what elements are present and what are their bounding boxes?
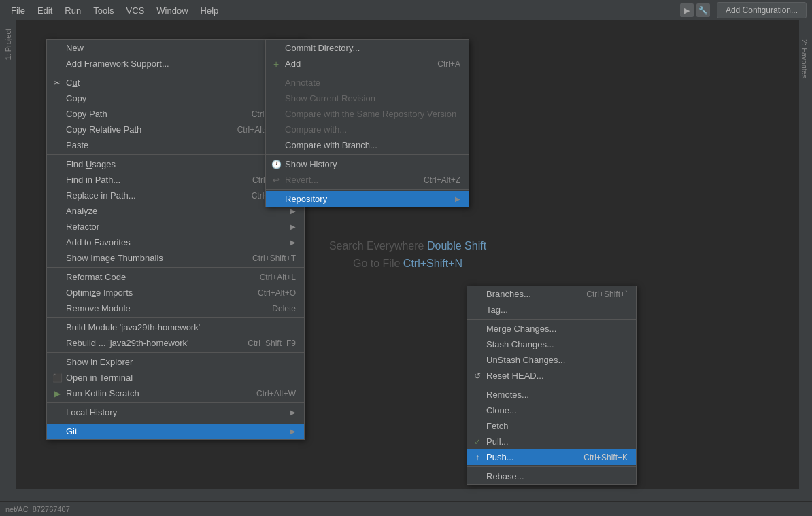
menu-item-git[interactable]: Git	[47, 424, 304, 439]
menu-vcs[interactable]: VCS	[121, 3, 150, 18]
menu-item-repository[interactable]: Repository	[266, 191, 469, 207]
menu-item-compare-same: Compare with the Same Repository Version	[266, 106, 469, 122]
menu-window[interactable]: Window	[151, 3, 193, 18]
menu-item-show-explorer[interactable]: Show in Explorer	[47, 354, 304, 370]
menu-item-run-kotlin-label: Run Kotlin Scratch	[66, 388, 139, 398]
menu-item-local-history-label: Local History	[66, 407, 117, 417]
run-kotlin-shortcut: Ctrl+Alt+W	[240, 389, 296, 398]
menu-item-open-terminal[interactable]: ⬛ Open in Terminal	[47, 370, 304, 385]
push-icon: ↑	[471, 453, 484, 462]
menu-item-stash-label: Stash Changes...	[486, 339, 554, 349]
menu-item-refactor-label: Refactor	[66, 222, 99, 232]
menu-item-compare-with-label: Compare with...	[285, 124, 347, 135]
add-config-button[interactable]: Add Configuration...	[717, 2, 807, 18]
menu-item-show-image[interactable]: Show Image Thumbnails Ctrl+Shift+T	[47, 250, 304, 266]
menu-run[interactable]: Run	[59, 3, 86, 18]
show-image-shortcut: Ctrl+Shift+T	[236, 254, 296, 263]
menu-item-optimize[interactable]: Optimize Imports Ctrl+Alt+O	[47, 285, 304, 300]
menu-item-rebase[interactable]: Rebase...	[467, 468, 636, 484]
menu-item-rebuild-label: Rebuild ... 'java29th-homework'	[66, 338, 189, 348]
menu-item-compare-branch-label: Compare with Branch...	[285, 140, 377, 150]
menu-item-merge-changes-label: Merge Changes...	[486, 324, 556, 334]
menu-item-rebuild[interactable]: Rebuild ... 'java29th-homework' Ctrl+Shi…	[47, 335, 304, 351]
menu-item-merge-changes[interactable]: Merge Changes...	[467, 321, 636, 337]
goto-file-shortcut: Ctrl+Shift+N	[403, 258, 462, 269]
menu-item-unstash[interactable]: UnStash Changes...	[467, 352, 636, 368]
menu-item-fetch-label: Fetch	[486, 421, 509, 431]
menu-item-run-kotlin[interactable]: ▶ Run Kotlin Scratch Ctrl+Alt+W	[47, 385, 304, 401]
menu-item-refactor[interactable]: Refactor	[47, 219, 304, 235]
reformat-shortcut: Ctrl+Alt+L	[243, 273, 296, 282]
run-icon[interactable]: ▶	[680, 3, 694, 17]
statusbar: net/AC_872767407	[0, 501, 812, 516]
menu-item-analyze-label: Analyze	[66, 206, 97, 216]
menu-item-git-label: Git	[66, 426, 78, 436]
add-shortcut: Ctrl+A	[421, 59, 460, 69]
menu-item-compare-branch[interactable]: Compare with Branch...	[266, 137, 469, 153]
terminal-icon: ⬛	[51, 373, 63, 383]
history-icon: 🕐	[270, 160, 282, 169]
menu-item-reset-head[interactable]: ↺ Reset HEAD...	[467, 368, 636, 383]
menu-item-revert-label: Revert...	[285, 175, 318, 185]
menu-item-tag-label: Tag...	[486, 305, 508, 315]
push-shortcut: Ctrl+Shift+K	[567, 453, 628, 462]
goto-file-label: Go to File	[353, 258, 400, 269]
menu-edit[interactable]: Edit	[32, 3, 58, 18]
menu-item-commit-dir[interactable]: Commit Directory...	[266, 40, 469, 56]
optimize-shortcut: Ctrl+Alt+O	[241, 288, 296, 298]
menu-item-fetch[interactable]: Fetch	[467, 418, 636, 434]
menu-item-reformat-label: Reformat Code	[66, 272, 126, 282]
search-everywhere-label: Search Everywhere	[329, 240, 424, 252]
menu-item-local-history[interactable]: Local History	[47, 405, 304, 420]
menu-item-reformat[interactable]: Reformat Code Ctrl+Alt+L	[47, 269, 304, 285]
add-icon: +	[270, 58, 282, 69]
menu-file[interactable]: File	[5, 3, 31, 18]
menu-help[interactable]: Help	[195, 3, 224, 18]
menu-item-find-usages-label: Find Usages	[66, 159, 116, 169]
menu-item-build-module-label: Build Module 'java29th-homework'	[66, 322, 200, 332]
favorites-panel-tab[interactable]: 2: Favorites	[799, 34, 810, 84]
menu-item-clone-label: Clone...	[486, 405, 517, 415]
menu-item-commit-dir-label: Commit Directory...	[285, 43, 360, 53]
menu-item-remotes[interactable]: Remotes...	[467, 387, 636, 402]
separator-4	[47, 317, 304, 318]
menu-item-remotes-label: Remotes...	[486, 390, 529, 400]
cut-icon: ✂	[51, 78, 63, 88]
menu-item-show-image-label: Show Image Thumbnails	[66, 253, 163, 263]
rebuild-shortcut: Ctrl+Shift+F9	[231, 339, 296, 348]
project-panel-tab[interactable]: 1: Project	[3, 23, 14, 65]
menu-item-pull[interactable]: ✓ Pull...	[467, 434, 636, 449]
menu-item-reset-head-label: Reset HEAD...	[486, 371, 544, 381]
pull-checkmark-icon: ✓	[471, 437, 484, 447]
menu-item-stash[interactable]: Stash Changes...	[467, 337, 636, 352]
menu-item-remove-module[interactable]: Remove Module Delete	[47, 300, 304, 316]
menu-item-unstash-label: UnStash Changes...	[486, 355, 565, 365]
search-everywhere-shortcut: Double Shift	[427, 240, 486, 252]
revert-icon: ↩	[270, 175, 282, 185]
separator-3	[47, 267, 304, 268]
menu-item-add-favorites[interactable]: Add to Favorites	[47, 235, 304, 250]
menu-item-show-history[interactable]: 🕐 Show History	[266, 156, 469, 172]
menu-item-push-label: Push...	[486, 452, 513, 462]
separator-5	[47, 352, 304, 353]
menu-item-add[interactable]: + Add Ctrl+A	[266, 56, 469, 71]
menu-item-branches[interactable]: Branches... Ctrl+Shift+`	[467, 286, 636, 302]
menu-item-show-current-label: Show Current Revision	[285, 93, 375, 103]
menu-item-clone[interactable]: Clone...	[467, 402, 636, 418]
menu-item-compare-with: Compare with...	[266, 122, 469, 137]
menu-tools[interactable]: Tools	[88, 3, 119, 18]
git-sep-1	[266, 73, 469, 73]
menu-item-tag[interactable]: Tag...	[467, 302, 636, 317]
menu-item-push[interactable]: ↑ Push... Ctrl+Shift+K	[467, 449, 636, 465]
menu-item-show-explorer-label: Show in Explorer	[66, 357, 133, 367]
menu-item-find-in-path-label: Find in Path...	[66, 175, 120, 185]
debug-icon[interactable]: 🔧	[696, 3, 710, 17]
git-sep-3	[266, 189, 469, 190]
menu-item-optimize-label: Optimize Imports	[66, 288, 133, 298]
repo-sep-1	[467, 319, 636, 320]
menu-item-build-module[interactable]: Build Module 'java29th-homework'	[47, 320, 304, 335]
menu-item-annotate-label: Annotate	[285, 78, 320, 88]
menu-item-pull-label: Pull...	[486, 436, 509, 447]
statusbar-text: net/AC_872767407	[5, 505, 70, 513]
revert-shortcut: Ctrl+Alt+Z	[407, 175, 460, 185]
